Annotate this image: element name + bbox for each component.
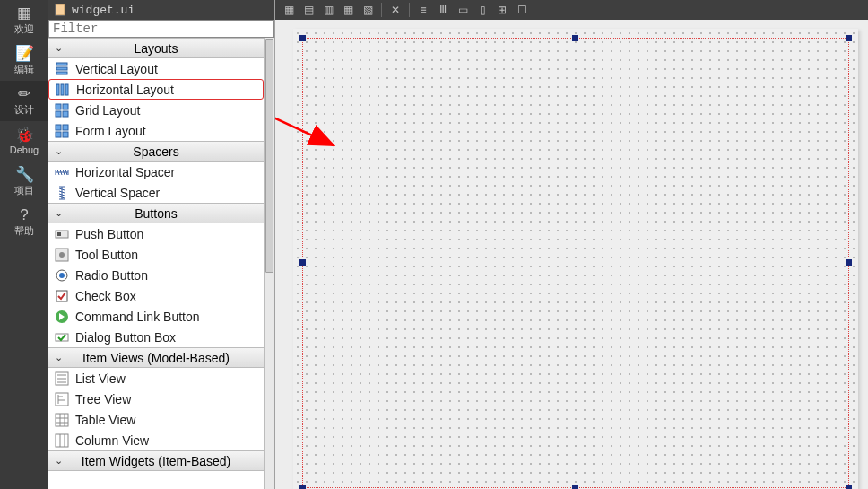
chevron-down-icon: ⌄ — [48, 42, 68, 54]
svg-rect-6 — [61, 84, 64, 95]
widget-item[interactable]: Dialog Button Box — [48, 327, 264, 347]
resize-handle-sw[interactable] — [299, 485, 306, 489]
scrollbar-thumb[interactable] — [265, 39, 273, 273]
designer-toolbar: ▦ ▤ ▥ ▦ ▧ ✕ ≡ Ⅲ ▭ ▯ ⊞ ☐ — [275, 0, 868, 20]
mode-编辑[interactable]: 📝编辑 — [0, 40, 48, 81]
toolbar-button[interactable]: ⊞ — [494, 2, 510, 18]
widget-item[interactable]: Tree View — [48, 389, 264, 409]
svg-point-35 — [59, 273, 65, 278]
svg-rect-8 — [56, 104, 61, 109]
resize-handle-ne[interactable] — [846, 35, 852, 41]
toolbar-separator — [409, 3, 410, 17]
mode-bar: ▦欢迎📝编辑✏设计🐞Debug🔧项目?帮助 — [0, 0, 48, 489]
form-layout-icon — [54, 123, 70, 139]
category-label: Buttons — [68, 206, 264, 221]
svg-rect-7 — [65, 84, 68, 95]
resize-handle-n[interactable] — [572, 35, 578, 41]
mode-icon: 🐞 — [15, 127, 34, 143]
toolbar-button[interactable]: ▤ — [300, 2, 317, 18]
radio-button-icon — [54, 267, 70, 284]
widget-filter-input[interactable] — [48, 20, 274, 38]
widget-item[interactable]: Vertical Layout — [48, 58, 264, 79]
scrollbar-vertical[interactable] — [264, 38, 274, 489]
chevron-down-icon: ⌄ — [48, 207, 68, 219]
widget-item[interactable]: Form Layout — [48, 120, 264, 141]
toolbar-button[interactable]: ☐ — [514, 2, 530, 18]
svg-rect-31 — [57, 232, 61, 236]
category-header[interactable]: ⌄Item Views (Model-Based) — [48, 347, 264, 368]
widget-list: ⌄LayoutsVertical LayoutHorizontal Layout… — [48, 38, 274, 489]
resize-handle-nw[interactable] — [299, 35, 306, 41]
widget-item[interactable]: Command Link Button — [48, 306, 264, 327]
category-header[interactable]: ⌄Buttons — [48, 203, 264, 223]
widget-item-label: Radio Button — [75, 268, 148, 283]
category-header[interactable]: ⌄Item Widgets (Item-Based) — [48, 450, 264, 471]
svg-rect-9 — [63, 104, 68, 109]
widget-item[interactable]: List View — [48, 368, 264, 389]
category-header[interactable]: ⌄Spacers — [48, 141, 264, 162]
svg-rect-10 — [56, 111, 61, 117]
widget-item-label: Horizontal Layout — [76, 83, 174, 97]
svg-rect-1 — [56, 4, 65, 15]
toolbar-button[interactable]: ▯ — [474, 2, 490, 18]
mode-icon: 📝 — [15, 46, 34, 61]
close-icon[interactable]: ✕ — [387, 2, 404, 18]
horizontal-layout-icon — [55, 82, 71, 98]
resize-handle-w[interactable] — [299, 259, 306, 266]
svg-rect-43 — [56, 393, 68, 406]
toolbar-button[interactable]: ▦ — [340, 2, 356, 18]
widget-item-label: Check Box — [75, 289, 136, 303]
widget-item[interactable]: Vertical Spacer — [48, 182, 264, 203]
file-tab-row: widget.ui — [48, 0, 274, 20]
mode-label: 欢迎 — [14, 22, 34, 36]
widget-item[interactable]: Horizontal Spacer — [48, 162, 264, 182]
design-canvas[interactable] — [275, 20, 868, 489]
resize-handle-s[interactable] — [572, 485, 578, 489]
svg-rect-47 — [56, 414, 68, 426]
widget-item[interactable]: Radio Button — [48, 265, 264, 285]
widget-item-label: Vertical Spacer — [75, 186, 160, 200]
category-label: Spacers — [68, 144, 264, 159]
widget-item-label: Grid Layout — [75, 103, 140, 118]
resize-handle-e[interactable] — [846, 259, 852, 266]
widget-item[interactable]: Grid Layout — [48, 100, 264, 120]
svg-rect-4 — [56, 72, 67, 74]
toolbar-button[interactable]: ▭ — [455, 2, 471, 18]
ui-file-icon — [54, 4, 66, 16]
toolbar-button[interactable]: ▧ — [360, 2, 376, 18]
mode-icon: ? — [20, 207, 28, 223]
mode-欢迎[interactable]: ▦欢迎 — [0, 0, 48, 40]
svg-rect-11 — [63, 111, 68, 117]
widget-item-label: Form Layout — [75, 124, 146, 138]
svg-point-33 — [59, 252, 65, 258]
widget-item-label: Command Link Button — [75, 310, 200, 324]
svg-rect-13 — [63, 125, 68, 130]
category-header[interactable]: ⌄Layouts — [48, 38, 264, 58]
form-widget[interactable] — [293, 29, 858, 489]
file-tab-name[interactable]: widget.ui — [72, 4, 135, 17]
table-view-icon — [54, 412, 70, 428]
resize-handle-se[interactable] — [846, 485, 852, 489]
mode-设计[interactable]: ✏设计 — [0, 81, 48, 121]
toolbar-button[interactable]: ≡ — [415, 2, 431, 18]
mode-icon: ▦ — [17, 5, 31, 21]
svg-rect-5 — [56, 84, 59, 95]
chevron-down-icon: ⌄ — [48, 352, 68, 363]
toolbar-button[interactable]: Ⅲ — [435, 2, 451, 18]
widget-item[interactable]: Horizontal Layout — [48, 79, 264, 100]
toolbar-button[interactable]: ▦ — [281, 2, 297, 18]
widget-item-label: Push Button — [75, 227, 143, 241]
widget-item[interactable]: Column View — [48, 430, 264, 450]
mode-Debug[interactable]: 🐞Debug — [0, 121, 48, 162]
toolbar-separator — [381, 3, 382, 17]
column-view-icon — [54, 432, 70, 449]
mode-帮助[interactable]: ?帮助 — [0, 202, 48, 242]
mode-项目[interactable]: 🔧项目 — [0, 162, 48, 202]
toolbar-button[interactable]: ▥ — [320, 2, 336, 18]
category-label: Item Views (Model-Based) — [68, 351, 264, 365]
widget-item[interactable]: Push Button — [48, 223, 264, 244]
mode-icon: 🔧 — [15, 167, 34, 182]
widget-item[interactable]: Tool Button — [48, 244, 264, 265]
widget-item[interactable]: Table View — [48, 409, 264, 430]
widget-item[interactable]: Check Box — [48, 285, 264, 306]
